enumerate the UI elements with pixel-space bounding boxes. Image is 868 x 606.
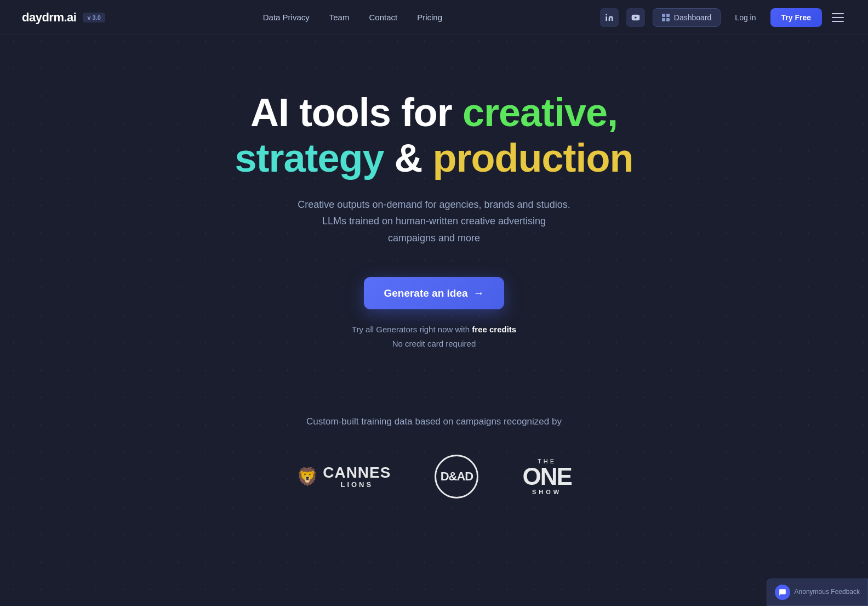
hamburger-menu-icon[interactable]: [830, 11, 846, 24]
one-show-logo: THE ONE SHOW: [522, 458, 571, 495]
training-label: Custom-built training data based on camp…: [22, 416, 846, 427]
hero-title-creative: creative,: [462, 90, 618, 134]
dashboard-button[interactable]: Dashboard: [653, 8, 721, 27]
dad-text: D&AD: [441, 469, 473, 484]
navbar-right: Dashboard Log in Try Free: [600, 8, 846, 27]
credits-info: Try all Generators right now with free c…: [352, 322, 516, 350]
svg-point-0: [606, 14, 607, 15]
nav-data-privacy[interactable]: Data Privacy: [263, 13, 310, 22]
version-badge: v 3.0: [83, 13, 105, 22]
hero-title-part1: AI tools for: [250, 90, 462, 134]
nav-contact[interactable]: Contact: [369, 13, 397, 22]
logos-row: 🦁 CANNES LIONS D&AD THE ONE SHOW: [22, 455, 846, 499]
linkedin-icon[interactable]: [600, 8, 619, 27]
arrow-right-icon: →: [473, 287, 484, 299]
login-button[interactable]: Log in: [728, 9, 762, 26]
one-show-show: SHOW: [532, 489, 562, 495]
hero-section: AI tools for creative, strategy & produc…: [0, 35, 868, 383]
hero-subtitle: Creative outputs on-demand for agencies,…: [297, 196, 571, 247]
generate-idea-button[interactable]: Generate an idea →: [364, 277, 504, 309]
hero-title: AI tools for creative, strategy & produc…: [235, 90, 633, 181]
no-credit-text: No credit card required: [352, 337, 516, 351]
dashboard-label: Dashboard: [674, 13, 712, 22]
hero-title-production: production: [433, 136, 633, 180]
feedback-icon: [775, 585, 790, 600]
cannes-lions-text: LIONS: [323, 480, 391, 489]
credits-text-normal: Try all Generators right now with: [352, 325, 472, 334]
cannes-lions-logo: 🦁 CANNES LIONS: [296, 465, 391, 489]
navbar-center: Data Privacy Team Contact Pricing: [263, 13, 442, 22]
dad-logo: D&AD: [435, 455, 478, 499]
cannes-text: CANNES: [323, 465, 391, 480]
logo[interactable]: daydrm.ai: [22, 10, 76, 25]
try-free-button[interactable]: Try Free: [770, 8, 822, 27]
hero-title-strategy: strategy: [235, 136, 384, 180]
credits-text-bold: free credits: [472, 325, 516, 334]
generate-idea-label: Generate an idea: [384, 287, 467, 299]
anonymous-feedback-text: Anonymous Feedback: [795, 588, 860, 597]
navbar-left: daydrm.ai v 3.0: [22, 10, 105, 25]
nav-team[interactable]: Team: [329, 13, 350, 22]
hero-title-and: &: [384, 136, 433, 180]
navbar: daydrm.ai v 3.0 Data Privacy Team Contac…: [0, 0, 868, 35]
cannes-lion-icon: 🦁: [296, 466, 318, 487]
grid-icon: [662, 14, 670, 21]
training-section: Custom-built training data based on camp…: [0, 383, 868, 520]
anonymous-feedback-button[interactable]: Anonymous Feedback: [767, 579, 868, 606]
youtube-icon[interactable]: [626, 8, 645, 27]
credits-line1: Try all Generators right now with free c…: [352, 322, 516, 337]
nav-pricing[interactable]: Pricing: [417, 13, 442, 22]
one-show-one: ONE: [522, 465, 571, 489]
